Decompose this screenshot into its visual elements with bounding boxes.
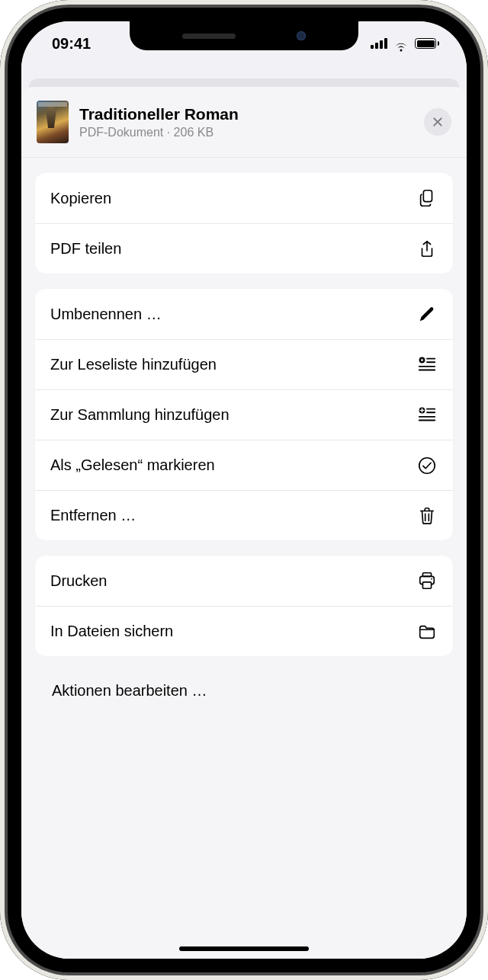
action-label: Zur Leseliste hinzufügen bbox=[50, 356, 217, 373]
close-icon bbox=[432, 116, 444, 128]
action-label: Aktionen bearbeiten … bbox=[52, 682, 207, 699]
svg-rect-0 bbox=[423, 191, 432, 202]
document-subtitle: PDF-Dokument · 206 KB bbox=[79, 125, 413, 139]
share-sheet: Traditioneller Roman PDF-Dokument · 206 … bbox=[21, 87, 467, 959]
screen: 09:41 Traditioneller Roman PDF-Dokum bbox=[21, 21, 467, 959]
document-thumbnail bbox=[37, 101, 69, 143]
battery-icon bbox=[415, 38, 439, 49]
action-share-pdf[interactable]: PDF teilen bbox=[35, 223, 453, 274]
document-title: Traditioneller Roman bbox=[79, 104, 413, 123]
action-label: Drucken bbox=[50, 572, 107, 590]
status-time: 09:41 bbox=[52, 35, 91, 53]
action-label: Kopieren bbox=[50, 190, 111, 207]
sheet-header: Traditioneller Roman PDF-Dokument · 206 … bbox=[21, 87, 467, 158]
phone-frame: 09:41 Traditioneller Roman PDF-Dokum bbox=[0, 0, 488, 980]
action-label: Entfernen … bbox=[50, 507, 136, 524]
action-label: In Dateien sichern bbox=[50, 623, 173, 640]
action-label: Zur Sammlung hinzufügen bbox=[50, 406, 230, 424]
share-icon bbox=[416, 239, 438, 260]
action-add-reading-list[interactable]: Zur Leseliste hinzufügen bbox=[35, 339, 453, 389]
action-label: Umbenennen … bbox=[50, 306, 162, 323]
home-indicator[interactable] bbox=[179, 946, 309, 951]
action-rename[interactable]: Umbenennen … bbox=[35, 289, 453, 339]
svg-point-11 bbox=[419, 457, 435, 472]
svg-rect-14 bbox=[422, 582, 431, 588]
folder-icon bbox=[416, 621, 438, 642]
speaker-grille bbox=[182, 34, 236, 39]
action-print[interactable]: Drucken bbox=[35, 556, 453, 606]
front-camera bbox=[297, 31, 306, 40]
printer-icon bbox=[416, 570, 438, 591]
plus-list-icon bbox=[416, 405, 438, 426]
pencil-icon bbox=[416, 303, 438, 325]
action-add-collection[interactable]: Zur Sammlung hinzufügen bbox=[35, 389, 453, 440]
cellular-signal-icon bbox=[371, 38, 387, 49]
wifi-icon bbox=[393, 38, 409, 50]
action-groups: Kopieren PDF teilen bbox=[21, 158, 467, 717]
action-copy[interactable]: Kopieren bbox=[35, 173, 453, 223]
action-save-files[interactable]: In Dateien sichern bbox=[35, 606, 453, 656]
action-label: PDF teilen bbox=[50, 240, 121, 258]
star-list-icon bbox=[416, 354, 438, 376]
action-label: Als „Gelesen“ markieren bbox=[50, 456, 215, 474]
action-edit-actions[interactable]: Aktionen bearbeiten … bbox=[35, 671, 453, 717]
action-group-0: Kopieren PDF teilen bbox=[35, 173, 453, 274]
action-remove[interactable]: Entfernen … bbox=[35, 490, 453, 540]
checkmark-circle-icon bbox=[416, 455, 438, 476]
svg-point-15 bbox=[431, 578, 432, 580]
status-indicators bbox=[371, 38, 439, 50]
action-group-1: Umbenennen … Zur Leseliste hinzufügen bbox=[35, 289, 453, 540]
close-button[interactable] bbox=[424, 108, 451, 136]
trash-icon bbox=[416, 505, 438, 527]
action-group-2: Drucken In Dateien sichern bbox=[35, 556, 453, 656]
action-mark-read[interactable]: Als „Gelesen“ markieren bbox=[35, 440, 453, 490]
notch bbox=[130, 21, 358, 50]
header-text: Traditioneller Roman PDF-Dokument · 206 … bbox=[79, 104, 413, 139]
copy-icon bbox=[416, 187, 438, 209]
